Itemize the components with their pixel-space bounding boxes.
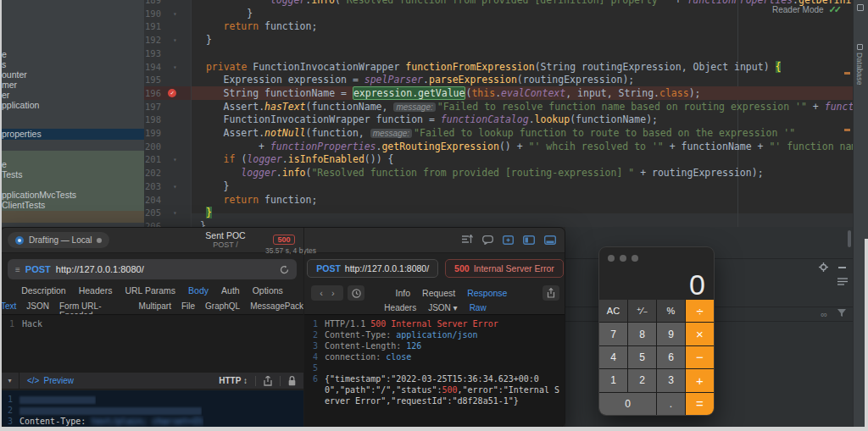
filter-icon[interactable] — [837, 309, 846, 319]
refresh-icon[interactable] — [280, 265, 289, 274]
sort-list-icon[interactable] — [462, 235, 473, 245]
export-icon[interactable] — [264, 376, 272, 386]
tab-auth[interactable]: Auth — [221, 285, 240, 296]
request-summary-button[interactable]: POST http://127.0.0.1:8080/ — [307, 259, 438, 278]
gear-icon[interactable] — [819, 262, 828, 272]
calc-button-÷[interactable]: ÷ — [686, 300, 714, 322]
stripe-top-icon[interactable] — [857, 4, 864, 11]
format-tab-json-[interactable]: JSON ▾ — [428, 303, 457, 312]
status-summary-button[interactable]: 500 Internal Server Error — [445, 259, 564, 278]
inspection-ok-check-icon: ✓✓ — [829, 4, 839, 15]
calc-button-7[interactable]: 7 — [599, 323, 627, 345]
share-icon[interactable] — [542, 285, 559, 301]
frame-edge — [0, 427, 868, 431]
fold-marker-icon[interactable]: ▾ — [173, 180, 177, 194]
list-icon[interactable] — [837, 278, 848, 285]
url-bar[interactable]: ≡ POST http://127.0.0.1:8080/ — [8, 259, 297, 279]
calc-button-5[interactable]: 5 — [628, 346, 656, 368]
fold-marker-icon[interactable]: ▾ — [173, 8, 177, 21]
response-format-tabs: HeadersJSON ▾Raw — [304, 303, 565, 312]
fold-marker-icon[interactable]: ▾ — [173, 207, 177, 220]
response-line: 2Content-Type: application/json — [304, 329, 561, 340]
response-line: 6{"timestamp":"2022-03-25T15:36:34.623+0… — [304, 373, 561, 406]
calc-button-8[interactable]: 8 — [628, 323, 656, 345]
preview-toggle[interactable]: </> Preview — [27, 376, 74, 385]
calc-button-2[interactable]: 2 — [628, 369, 656, 391]
preview-dropdown-icon[interactable]: ▾ — [1, 373, 19, 389]
request-tabs: DescriptionHeadersURL ParamsBodyAuthOpti… — [1, 285, 303, 296]
calculator-display: 0 — [599, 247, 714, 300]
calc-button-3[interactable]: 3 — [657, 369, 685, 391]
calc-button-.[interactable]: . — [657, 393, 685, 415]
reader-mode-label: Reader Mode — [772, 5, 824, 14]
layout-bottom-icon[interactable] — [544, 235, 556, 245]
calc-button-%[interactable]: % — [657, 300, 685, 322]
calc-button-AC[interactable]: AC — [599, 300, 627, 322]
request-title: Sent POC — [187, 230, 264, 240]
calc-button-0[interactable]: 0 — [599, 393, 656, 415]
format-tab-raw[interactable]: Raw — [470, 303, 487, 312]
calc-button-⁺⁄₋[interactable]: ⁺⁄₋ — [628, 300, 656, 322]
tree-item[interactable]: ClientTests — [0, 200, 144, 211]
comment-icon[interactable] — [482, 235, 493, 245]
collection-label: Drafting — Local — [29, 235, 92, 245]
fold-marker-icon[interactable]: ▾ — [173, 34, 177, 47]
code-line: 205▾} — [144, 206, 853, 219]
reader-mode-indicator[interactable]: Reader Mode ✓✓ — [772, 4, 839, 15]
calc-button-4[interactable]: 4 — [599, 346, 627, 368]
tab-url-params[interactable]: URL Params — [125, 285, 175, 296]
code-editor[interactable]: 189logger.info("Resolved function from p… — [144, 0, 853, 227]
tab-options[interactable]: Options — [253, 285, 283, 296]
layout-left-icon[interactable] — [523, 235, 535, 245]
tree-item[interactable]: properties — [0, 129, 144, 140]
response-tab-request[interactable]: Request — [422, 288, 455, 298]
screenshot-root: esountermererpplicationpropertieseTestsp… — [0, 0, 868, 431]
method-label: POST — [316, 263, 341, 274]
error-stripe-mark[interactable] — [844, 72, 850, 75]
calc-button-−[interactable]: − — [686, 346, 714, 368]
format-tab-headers[interactable]: Headers — [384, 303, 416, 312]
code-line: 200+ functionProperties.getRoutingExpres… — [144, 140, 853, 153]
tab-body[interactable]: Body — [188, 285, 209, 296]
response-line: 5 — [304, 362, 561, 373]
error-stripe-mark[interactable] — [844, 129, 850, 131]
tree-item[interactable]: pplication — [0, 100, 144, 111]
response-tab-info[interactable]: Info — [396, 288, 411, 298]
method-label[interactable]: POST — [25, 264, 51, 274]
calc-button-9[interactable]: 9 — [657, 323, 685, 345]
back-icon: ‹ — [320, 288, 323, 298]
code-line: 206} — [144, 219, 853, 227]
infinity-icon[interactable]: ∞ — [821, 309, 827, 319]
protocol-selector[interactable]: HTTP ↕ — [219, 376, 248, 385]
history-arrows[interactable]: ‹› — [311, 285, 343, 301]
tab-database[interactable]: Database — [855, 44, 864, 86]
close-icon — [608, 255, 615, 262]
traffic-light-buttons[interactable] — [608, 255, 638, 262]
tree-item[interactable]: Tests — [0, 169, 144, 180]
collection-pill[interactable]: Drafting — Local — [8, 232, 109, 248]
breakpoint-icon[interactable]: ✓ — [168, 89, 176, 97]
url-input[interactable]: http://127.0.0.1:8080/ — [56, 264, 275, 274]
calc-button-1[interactable]: 1 — [599, 369, 627, 391]
calc-button-=[interactable]: = — [686, 393, 714, 415]
minimize-icon[interactable] — [838, 267, 846, 268]
status-code: 500 — [454, 263, 470, 274]
fold-marker-icon[interactable]: ▾ — [173, 61, 177, 75]
calc-button-6[interactable]: 6 — [657, 346, 685, 368]
fold-marker-icon[interactable]: ▾ — [173, 153, 177, 167]
request-preview-pane: 123Content-Type: text/plain; charset=IS4… — [1, 390, 303, 427]
lock-icon[interactable] — [288, 376, 296, 386]
tree-footer-background — [0, 211, 144, 223]
calc-button-×[interactable]: × — [686, 323, 714, 345]
request-preview-line: 3Content-Type: text/plain; charset=IS — [1, 416, 303, 427]
history-clock-icon[interactable] — [348, 285, 364, 301]
request-body-editor[interactable]: 1 Hack — [1, 314, 303, 372]
database-icon — [857, 44, 863, 50]
forward-icon: › — [331, 288, 335, 298]
scrollbar-thumb[interactable] — [848, 230, 851, 247]
tab-description[interactable]: Description — [21, 285, 66, 296]
new-window-icon[interactable] — [503, 235, 514, 245]
tab-headers[interactable]: Headers — [79, 285, 113, 296]
response-tab-response[interactable]: Response — [467, 288, 507, 298]
calc-button-+[interactable]: + — [686, 369, 714, 391]
